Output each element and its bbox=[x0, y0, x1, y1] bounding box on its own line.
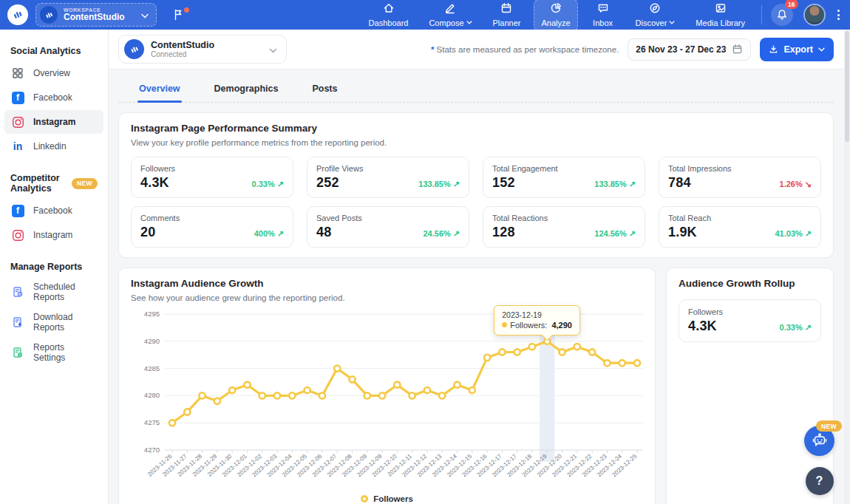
tooltip-date: 2023-12-19 bbox=[502, 310, 572, 319]
workspace-avatar bbox=[40, 6, 58, 24]
connected-account-selector[interactable]: ContentStudio Connected bbox=[118, 35, 287, 64]
trend-arrow-icon: ↗ bbox=[453, 180, 460, 189]
summary-subtitle: View your key profile performance metric… bbox=[131, 138, 821, 147]
sidebar-item-facebook[interactable]: f Facebook bbox=[4, 86, 103, 109]
nav-label: Inbox bbox=[593, 18, 613, 27]
chat-icon bbox=[597, 2, 609, 17]
ai-assistant-button[interactable]: NEW bbox=[804, 426, 834, 456]
sidebar-item-label: Instagram bbox=[33, 230, 72, 240]
calendar-icon bbox=[500, 2, 512, 17]
trend-arrow-icon: ↗ bbox=[805, 323, 812, 333]
new-badge: NEW bbox=[816, 420, 842, 432]
scheduled-report-icon bbox=[10, 285, 25, 299]
sidebar-item-download-reports[interactable]: Download Reports bbox=[4, 307, 103, 337]
trend-arrow-icon: ↗ bbox=[629, 229, 636, 239]
nav-label: Compose bbox=[429, 18, 463, 27]
pie-chart-icon bbox=[550, 2, 562, 17]
account-name: ContentStudio bbox=[151, 40, 214, 50]
timezone-note: *Stats are measured as per workspace tim… bbox=[431, 45, 619, 54]
trend-arrow-icon: ↗ bbox=[277, 180, 284, 189]
workspace-selector[interactable]: WORKSPACE ContentStudio bbox=[35, 3, 157, 27]
help-button[interactable]: ? bbox=[806, 467, 834, 495]
instagram-icon bbox=[10, 228, 25, 242]
nav-media-library[interactable]: Media Library bbox=[688, 0, 752, 31]
grid-icon bbox=[10, 66, 25, 81]
section-manage-reports: Manage Reports bbox=[0, 256, 108, 276]
followers-series-icon bbox=[361, 495, 368, 503]
svg-text:4280: 4280 bbox=[144, 391, 160, 399]
chevron-down-icon bbox=[141, 8, 149, 21]
report-settings-icon bbox=[10, 345, 25, 360]
metric-card-total-reach: Total Reach 1.9K 41.03%↗ bbox=[659, 206, 821, 248]
metric-card-profile-views: Profile Views 252 133.85%↗ bbox=[307, 157, 469, 198]
sidebar-item-label: Facebook bbox=[33, 205, 72, 216]
nav-planner[interactable]: Planner bbox=[486, 0, 528, 31]
announcements-flag-icon[interactable] bbox=[173, 9, 184, 21]
asterisk: * bbox=[431, 45, 434, 54]
section-social-analytics: Social Analytics bbox=[0, 40, 108, 61]
growth-subtitle: See how your audience grew during the re… bbox=[131, 293, 643, 302]
sidebar-item-linkedin[interactable]: in Linkedin bbox=[4, 134, 103, 158]
sidebar-item-competitor-instagram[interactable]: Instagram bbox=[4, 223, 103, 247]
nav-dashboard[interactable]: Dashboard bbox=[361, 0, 416, 31]
export-button[interactable]: Export bbox=[760, 38, 834, 61]
scrollbar-thumb[interactable] bbox=[845, 31, 849, 142]
app-window: WORKSPACE ContentStudio Dashboard Compos… bbox=[0, 0, 850, 504]
nav-discover[interactable]: Discover bbox=[628, 0, 683, 31]
notification-dot bbox=[184, 7, 189, 13]
svg-text:4295: 4295 bbox=[144, 310, 160, 318]
chart-tooltip: 2023-12-19 Followers:4,290 bbox=[494, 305, 580, 336]
sidebar-item-label: Scheduled Reports bbox=[33, 282, 98, 302]
tooltip-value: 4,290 bbox=[551, 321, 572, 330]
trend-arrow-icon: ↘ bbox=[805, 180, 812, 189]
more-options-kebab-icon[interactable] bbox=[834, 7, 843, 23]
linkedin-icon: in bbox=[10, 139, 25, 154]
vertical-scrollbar[interactable] bbox=[844, 30, 850, 504]
series-dot-icon bbox=[502, 322, 507, 327]
tab-posts[interactable]: Posts bbox=[310, 77, 339, 102]
sidebar-item-instagram[interactable]: Instagram bbox=[4, 110, 103, 134]
bell-icon bbox=[776, 9, 788, 21]
new-badge: NEW bbox=[72, 178, 98, 189]
pencil-icon bbox=[444, 2, 456, 17]
sidebar-item-label: Overview bbox=[33, 68, 70, 78]
nav-compose[interactable]: Compose bbox=[421, 0, 479, 31]
tab-overview[interactable]: Overview bbox=[137, 77, 182, 102]
chevron-down-icon bbox=[669, 21, 675, 24]
trend-arrow-icon: ↗ bbox=[453, 229, 460, 239]
metric-grid: Followers 4.3K 0.33%↗ Profile Views 252 … bbox=[131, 157, 821, 248]
sidebar-item-scheduled-reports[interactable]: Scheduled Reports bbox=[4, 277, 103, 307]
date-range-picker[interactable]: 26 Nov 23 - 27 Dec 23 bbox=[628, 38, 751, 61]
date-range-value: 26 Nov 23 - 27 Dec 23 bbox=[636, 44, 726, 55]
metric-card-followers: Followers 4.3K 0.33%↗ bbox=[131, 157, 293, 198]
report-tabs: Overview Demographics Posts bbox=[118, 77, 834, 103]
nav-inbox[interactable]: Inbox bbox=[584, 0, 622, 31]
sidebar-item-competitor-facebook[interactable]: f Facebook bbox=[4, 199, 103, 222]
audience-growth-chart[interactable]: 4295429042854280427542702023-11-262023-1… bbox=[131, 308, 643, 493]
summary-title: Instagram Page Performance Summary bbox=[131, 123, 821, 134]
growth-title: Instagram Audience Growth bbox=[131, 278, 643, 289]
svg-text:4290: 4290 bbox=[144, 337, 160, 345]
metric-card-total-impressions: Total Impressions 784 1.26%↘ bbox=[659, 157, 821, 198]
tab-demographics[interactable]: Demographics bbox=[213, 77, 280, 102]
performance-summary-card: Instagram Page Performance Summary View … bbox=[118, 112, 834, 258]
metric-card-total-reactions: Total Reactions 128 124.56%↗ bbox=[483, 206, 645, 248]
sidebar-item-reports-settings[interactable]: Reports Settings bbox=[4, 338, 103, 367]
section-competitor-analytics: Competitor Analytics NEW bbox=[0, 167, 108, 198]
download-icon bbox=[769, 44, 778, 54]
download-report-icon bbox=[10, 315, 25, 330]
nav-label: Dashboard bbox=[369, 18, 409, 27]
account-avatar bbox=[124, 39, 144, 59]
metric-card-saved-posts: Saved Posts 48 24.56%↗ bbox=[307, 206, 469, 248]
user-avatar[interactable] bbox=[805, 5, 824, 24]
chevron-down-icon bbox=[269, 43, 277, 56]
sidebar-item-overview[interactable]: Overview bbox=[4, 61, 103, 85]
notifications-bell[interactable]: 16 bbox=[771, 4, 793, 26]
nav-label: Media Library bbox=[696, 18, 745, 27]
nav-label: Planner bbox=[493, 18, 521, 27]
facebook-icon: f bbox=[10, 203, 25, 218]
contentstudio-logo[interactable] bbox=[7, 4, 28, 25]
nav-analyze[interactable]: Analyze bbox=[534, 0, 577, 31]
svg-text:4270: 4270 bbox=[144, 446, 160, 454]
chart-legend[interactable]: Followers bbox=[131, 494, 643, 503]
